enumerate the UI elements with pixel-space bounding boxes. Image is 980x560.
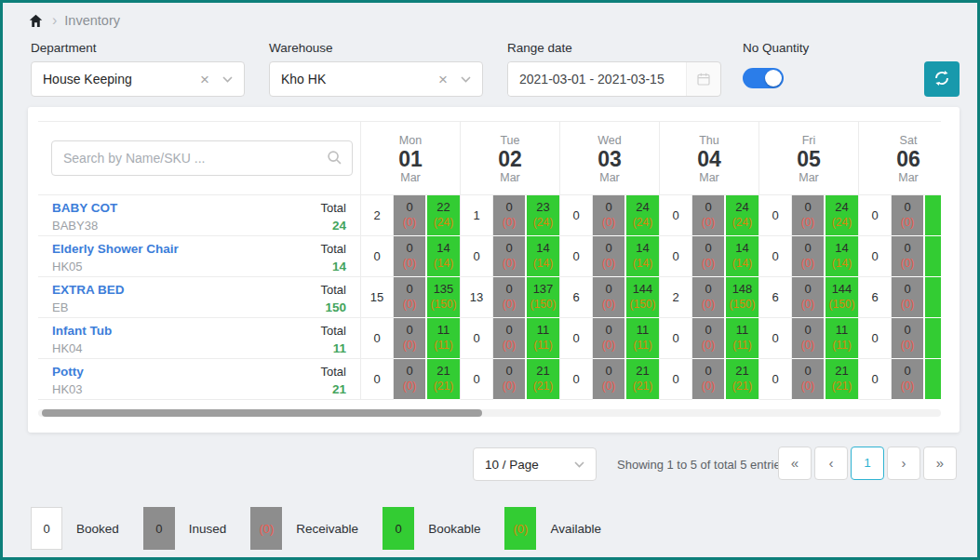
legend-item: (0) Available — [504, 507, 601, 550]
day-cell-group: 0 0 (0) 24 (24) — [560, 195, 660, 236]
receivable-value: (0) — [801, 298, 815, 313]
bookable-available-cell: 14 (14) — [527, 236, 560, 277]
day-cell-group: 0 0 (0) 11 (11) — [361, 318, 461, 359]
pagination-page-1-button[interactable]: 1 — [851, 447, 884, 480]
pagination-prev-button[interactable]: ‹ — [814, 447, 848, 480]
item-sku: HK05 — [52, 260, 179, 273]
inused-receivable-cell: 0 (0) — [792, 359, 826, 400]
inused-value: 0 — [804, 323, 811, 339]
range-date-input[interactable]: 2021-03-01 - 2021-03-15 — [507, 61, 721, 97]
receivable-value: (0) — [801, 380, 815, 394]
pagination-next-button[interactable]: › — [887, 447, 920, 480]
total-value: 21 — [321, 382, 346, 396]
bookable-value: 23 — [536, 200, 549, 216]
inused-receivable-cell: 0 (0) — [394, 195, 427, 236]
inused-receivable-cell: 0 (0) — [593, 277, 626, 318]
day-weekday: Fri — [759, 134, 858, 147]
inused-value: 0 — [406, 200, 412, 216]
chevron-down-icon — [574, 461, 584, 468]
day-header: Wed 03 Mar — [560, 122, 660, 194]
day-cell-group: 0 0 (0) 24 (24) — [660, 195, 759, 236]
day-number: 06 — [859, 147, 941, 171]
item-name-link[interactable]: BABY COT — [52, 201, 117, 215]
range-date-label: Range date — [507, 41, 572, 55]
clear-icon[interactable]: × — [200, 72, 209, 87]
booked-cell: 0 — [461, 318, 493, 359]
available-value: (150) — [629, 298, 655, 313]
available-value: (11) — [533, 339, 552, 353]
item-name-link[interactable]: Elderly Shower Chair — [52, 242, 179, 256]
bookable-available-cell: 148 (150) — [726, 277, 759, 318]
bookable-value: 144 — [633, 282, 653, 298]
refresh-button[interactable] — [924, 61, 960, 97]
available-value: (24) — [832, 216, 852, 231]
bookable-value: 21 — [735, 364, 748, 380]
item-name-link[interactable]: EXTRA BED — [52, 283, 125, 297]
bookable-value: 11 — [437, 323, 450, 339]
pagination-last-button[interactable]: » — [923, 447, 957, 480]
chevron-down-icon — [461, 76, 471, 83]
inused-value: 0 — [505, 200, 512, 216]
inused-value: 0 — [406, 282, 412, 298]
available-value: (11) — [434, 339, 452, 353]
bookable-available-cell — [925, 236, 941, 277]
legend-swatch: (0) — [504, 507, 536, 550]
refresh-icon — [933, 70, 950, 89]
bookable-available-cell: 14 (14) — [626, 236, 660, 277]
bookable-available-cell: 24 (24) — [826, 195, 859, 236]
day-cell-group: 13 0 (0) 137 (150) — [461, 277, 560, 318]
booked-cell: 0 — [859, 359, 892, 400]
bookable-available-cell — [925, 318, 941, 359]
legend-label: Booked — [76, 522, 119, 536]
day-weekday: Thu — [660, 134, 758, 147]
inused-value: 0 — [904, 282, 910, 298]
day-header: Thu 04 Mar — [660, 122, 759, 194]
table-row: Potty HK03 Total 21 0 0 (0) 21 (21) 0 0 … — [38, 359, 941, 400]
item-cell: EXTRA BED EB Total 150 — [38, 277, 361, 318]
receivable-value: (0) — [801, 339, 815, 353]
legend: 0 Booked 0 Inused (0) Receivable 0 Booka… — [31, 507, 601, 550]
bookable-available-cell: 24 (24) — [726, 195, 759, 236]
no-quantity-toggle[interactable] — [743, 68, 784, 88]
day-weekday: Tue — [461, 134, 559, 147]
day-cell-group: 0 0 (0) — [859, 318, 941, 359]
bookable-available-cell — [925, 359, 941, 400]
booked-cell: 0 — [560, 236, 593, 277]
bookable-value: 24 — [636, 200, 649, 216]
booked-cell: 15 — [361, 277, 394, 318]
booked-cell: 0 — [759, 318, 792, 359]
scrollbar-thumb[interactable] — [42, 409, 482, 417]
available-value: (14) — [732, 257, 752, 272]
department-select[interactable]: House Keeping × — [31, 61, 245, 97]
bookable-available-cell: 14 (14) — [726, 236, 759, 277]
breadcrumb-chevron-icon: › — [52, 13, 57, 28]
item-name-link[interactable]: Potty — [52, 365, 84, 379]
day-cell-group: 0 0 (0) 21 (21) — [461, 359, 560, 400]
booked-cell: 0 — [859, 236, 892, 277]
inused-receivable-cell: 0 (0) — [394, 277, 427, 318]
home-icon[interactable] — [28, 12, 45, 29]
item-cell: Infant Tub HK04 Total 11 — [38, 318, 361, 359]
inused-receivable-cell: 0 (0) — [593, 236, 626, 277]
booked-cell: 0 — [461, 359, 493, 400]
page-size-select[interactable]: 10 / Page — [473, 447, 597, 481]
clear-icon[interactable]: × — [438, 72, 448, 87]
booked-cell: 0 — [560, 318, 593, 359]
inused-value: 0 — [406, 364, 412, 380]
booked-cell: 0 — [560, 359, 593, 400]
inused-value: 0 — [705, 241, 711, 257]
bookable-available-cell: 21 (21) — [626, 359, 660, 400]
booked-cell: 0 — [759, 359, 792, 400]
bookable-available-cell — [925, 195, 941, 236]
booked-cell: 0 — [859, 318, 892, 359]
receivable-value: (0) — [901, 216, 915, 231]
warehouse-select[interactable]: Kho HK × — [269, 61, 483, 97]
day-cell-group: 0 0 (0) 21 (21) — [560, 359, 660, 400]
search-input[interactable] — [51, 140, 353, 176]
booked-cell: 0 — [759, 236, 792, 277]
horizontal-scrollbar — [38, 409, 941, 417]
inused-value: 0 — [605, 241, 611, 257]
legend-item: 0 Inused — [143, 507, 227, 550]
item-name-link[interactable]: Infant Tub — [52, 324, 112, 338]
pagination-first-button[interactable]: « — [778, 447, 812, 480]
